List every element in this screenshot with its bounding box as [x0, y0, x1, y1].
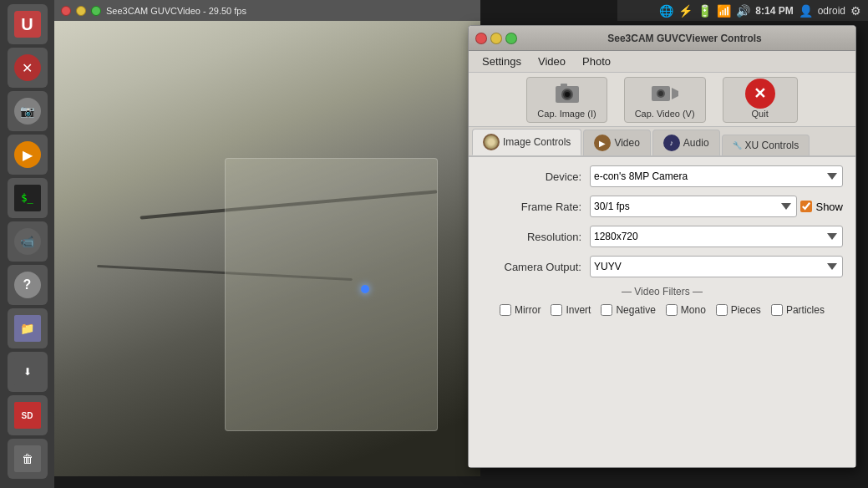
settings-icon[interactable]: ⚙ [850, 4, 861, 18]
video-tab-icon: ▶ [594, 135, 611, 151]
mirror-label: Mirror [515, 304, 541, 316]
quit-button[interactable]: ✕ Quit [723, 77, 798, 123]
device-control: e-con's 8MP Camera [590, 165, 843, 187]
resolution-select[interactable]: 1280x720 [590, 226, 843, 247]
camera-feed [54, 21, 480, 476]
network-icon: 🌐 [659, 4, 673, 18]
svg-point-7 [658, 91, 663, 96]
invert-label: Invert [566, 304, 591, 316]
sidebar-files-icon[interactable]: 📁 [8, 308, 48, 348]
tab-xu-controls-label: XU Controls [745, 140, 799, 151]
sidebar-terminal-icon[interactable]: $_ [8, 178, 48, 218]
user-icon: 👤 [799, 4, 813, 18]
invert-checkbox[interactable] [551, 304, 562, 316]
sidebar-usb-icon[interactable]: ⬇ [8, 352, 48, 392]
device-label: Device: [481, 170, 581, 183]
filter-negative: Negative [601, 304, 655, 316]
show-checkbox[interactable] [800, 201, 812, 212]
filter-pieces: Pieces [716, 304, 761, 316]
system-time: 8:14 PM [755, 5, 793, 17]
pieces-label: Pieces [731, 304, 761, 316]
small-window-titlebar: See3CAM GUVCVideo - 29.50 fps [54, 0, 480, 21]
dialog-titlebar: See3CAM GUVCViewer Controls [469, 26, 855, 51]
menu-photo[interactable]: Photo [574, 53, 619, 69]
cap-video-icon [650, 81, 680, 106]
quit-label: Quit [752, 109, 769, 119]
sidebar-camera2-icon[interactable]: 📹 [8, 221, 48, 262]
filter-invert: Invert [551, 304, 591, 316]
menubar: Settings Video Photo [469, 51, 855, 73]
dialog-close-btn[interactable] [475, 33, 487, 44]
svg-marker-8 [672, 88, 678, 99]
cap-video-label: Cap. Video (V) [635, 109, 695, 119]
camera-output-select[interactable]: YUYV [590, 256, 843, 277]
filter-particles: Particles [771, 304, 825, 316]
device-select[interactable]: e-con's 8MP Camera [590, 165, 843, 187]
frame-rate-row: Frame Rate: 30/1 fps Show [481, 196, 843, 217]
dialog-title: See3CAM GUVCViewer Controls [520, 33, 849, 44]
battery-icon: 🔋 [698, 4, 712, 18]
sidebar-user-icon[interactable]: U [8, 4, 48, 44]
sidebar-app1-icon[interactable]: ✕ [8, 48, 48, 88]
device-row: Device: e-con's 8MP Camera [481, 165, 843, 187]
mirror-checkbox[interactable] [500, 304, 511, 316]
tab-image-controls-label: Image Controls [503, 136, 571, 148]
audio-tab-icon: ♪ [663, 135, 680, 151]
dialog-min-btn[interactable] [490, 33, 502, 44]
sidebar-media-icon[interactable]: ▶ [8, 135, 48, 175]
small-window-title: See3CAM GUVCVideo - 29.50 fps [106, 6, 246, 16]
svg-point-3 [565, 92, 570, 97]
frame-rate-control: 30/1 fps Show [590, 196, 843, 217]
dialog-max-btn[interactable] [505, 33, 517, 44]
cap-image-label: Cap. Image (I) [537, 109, 596, 119]
show-checkbox-row: Show [800, 201, 843, 213]
pieces-checkbox[interactable] [716, 304, 728, 316]
small-window-max-btn[interactable] [91, 6, 101, 16]
mono-checkbox[interactable] [666, 304, 678, 316]
system-tray: 🌐 ⚡ 🔋 📶 🔊 8:14 PM 👤 odroid ⚙ [617, 0, 868, 21]
resolution-label: Resolution: [481, 231, 581, 243]
main-dialog: See3CAM GUVCViewer Controls Settings Vid… [468, 25, 856, 468]
filter-mirror: Mirror [500, 304, 541, 316]
cap-image-icon [552, 81, 582, 106]
bluetooth-icon: ⚡ [678, 4, 693, 18]
menu-settings[interactable]: Settings [474, 53, 530, 69]
particles-label: Particles [786, 304, 825, 316]
tab-image-controls[interactable]: Image Controls [472, 129, 581, 155]
sidebar-help-icon[interactable]: ? [8, 265, 48, 305]
tab-xu-controls[interactable]: 🔧 XU Controls [722, 135, 810, 155]
toolbar: Cap. Image (I) Cap. Video (V) ✕ [469, 73, 855, 127]
sidebar-sdcard-icon[interactable]: SD [8, 395, 48, 435]
small-window-close-btn[interactable] [61, 6, 71, 16]
volume-icon: 🔊 [736, 4, 750, 18]
resolution-control: 1280x720 [590, 226, 843, 247]
desktop: See3CAM GUVCVideo - 29.50 fps 🌐 ⚡ 🔋 📶 🔊 … [0, 0, 868, 488]
particles-checkbox[interactable] [771, 304, 783, 316]
frame-rate-select[interactable]: 30/1 fps [590, 196, 797, 217]
cap-image-button[interactable]: Cap. Image (I) [526, 77, 607, 123]
signal-icon: 📶 [717, 4, 731, 18]
tab-video[interactable]: ▶ Video [583, 130, 650, 155]
tab-audio[interactable]: ♪ Audio [652, 130, 720, 155]
mono-label: Mono [681, 304, 706, 316]
cap-video-button[interactable]: Cap. Video (V) [624, 77, 706, 123]
small-window-min-btn[interactable] [76, 6, 86, 16]
camera-output-row: Camera Output: YUYV [481, 256, 843, 277]
tab-bar: Image Controls ▶ Video ♪ Audio 🔧 XU Cont… [469, 127, 855, 157]
tab-audio-label: Audio [683, 137, 709, 149]
content-area: Device: e-con's 8MP Camera Frame Rate: 3… [469, 157, 855, 467]
sidebar-trash-icon[interactable]: 🗑 [8, 439, 48, 479]
negative-label: Negative [616, 304, 655, 316]
camera-output-control: YUYV [590, 256, 843, 277]
filter-mono: Mono [666, 304, 706, 316]
quit-icon: ✕ [745, 81, 775, 106]
username: odroid [818, 5, 845, 17]
image-controls-tab-icon [483, 134, 500, 150]
frame-rate-label: Frame Rate: [481, 201, 581, 213]
sidebar-webcam-icon[interactable]: 📷 [8, 91, 48, 131]
negative-checkbox[interactable] [601, 304, 612, 316]
video-filters-divider: — Video Filters — [481, 286, 843, 297]
menu-video[interactable]: Video [530, 53, 574, 69]
camera-output-label: Camera Output: [481, 261, 581, 273]
sidebar: U ✕ 📷 ▶ $_ 📹 ? 📁 ⬇ [0, 0, 54, 488]
